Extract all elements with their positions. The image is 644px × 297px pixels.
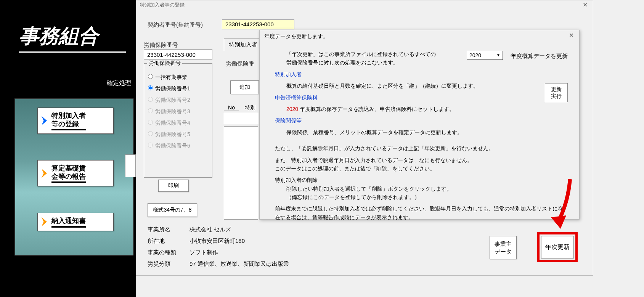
radio-labor-1[interactable]: 労働保険番号1 (148, 85, 208, 92)
tab-special-insured[interactable]: 特別加入者 (224, 39, 262, 51)
dialog-text: 削除したい特別加入者を選択して「削除」ボタンをクリックします。 (275, 185, 564, 193)
dialog-text: このデータはこの処理の前、または後で「削除」をしてください。 (275, 164, 564, 173)
arrow-icon (42, 116, 47, 125)
table-row[interactable] (224, 113, 258, 124)
dialog-text: 前年度末までに脱退した特別加入者では必ず削除してください。脱退年月日を入力しても… (275, 204, 564, 222)
labor-number-group: 労働保険番号 一括有期事業 労働保険番号1 労働保険番号2 労働保険番号3 労働… (144, 63, 212, 178)
dialog-title: 年度データを更新します。 (264, 33, 328, 39)
app-sidebar: 事務組合 確定処理 特別加入者等の登録 算定基礎賃金等の報告 納入通知書 保 (0, 0, 136, 297)
sub-heading: 確定処理 (107, 79, 131, 87)
radio-labor-4: 労働保険番号4 (148, 120, 208, 127)
contract-number-field[interactable]: 23301-442253-000 (222, 19, 294, 29)
owner-data-button[interactable]: 事業主データ (490, 236, 517, 259)
heading-declared-premium: 申告済概算保険料 (275, 93, 564, 102)
radio-labor-6: 労働保険番号6 (148, 143, 208, 149)
form-34-button[interactable]: 様式34号の7、8 (148, 203, 197, 217)
app-title: 事務組合 (0, 0, 136, 50)
menu-btn-wage-report[interactable]: 算定基礎賃金等の報告 (37, 160, 114, 186)
dialog-text: 2020 年度概算の保存データを読込み、申告済保険料にセットします。 (275, 105, 564, 113)
year-dropdown[interactable]: 2020 ▼ (467, 51, 503, 60)
annual-update-button[interactable]: 年次更新 (541, 236, 574, 258)
heading-insurance-relation: 保険関係等 (275, 116, 564, 125)
annual-update-highlight: 年次更新 (537, 232, 578, 262)
update-dialog: 年度データを更新します。 ✕ 2020 ▼ 年度概算データを更新 更新実行 「年… (259, 30, 580, 220)
btn-label: 納入通知書 (51, 217, 86, 227)
window-title: 特別加入者等の登録 (140, 2, 185, 8)
info-business-type: 事業の種類ソフト制作 (148, 249, 218, 256)
add-button[interactable]: 追加 (230, 80, 259, 94)
dialog-text: （備忘録にこのデータを登録してから削除されます。） (275, 193, 564, 201)
menu-panel: 特別加入者等の登録 算定基礎賃金等の報告 納入通知書 (14, 98, 133, 255)
title-underline (19, 51, 126, 53)
contract-number-label: 契約者番号(集約番号) (148, 21, 203, 29)
dialog-text: 概算の給付基礎日額と月数を確定に、また区分を「継」（継続）に変更します。 (275, 82, 564, 90)
year-label: 年度概算データを更新 (511, 51, 568, 61)
btn-label: 特別加入者等の登録 (51, 112, 86, 130)
info-office-name: 事業所名株式会社 セルズ (148, 226, 231, 233)
partial-panel: 保 (125, 154, 136, 177)
labor-insurance-label: 労働保険番号 (144, 42, 178, 49)
fieldset-legend: 労働保険番号 (147, 60, 182, 67)
radio-lump-sum[interactable]: 一括有期事業 (148, 74, 208, 81)
table-listbox[interactable] (224, 126, 258, 220)
dialog-text: ただし、「委託解除年月日」が入力されているデータは上記「年次更新」を行ないません… (275, 144, 564, 153)
chevron-down-icon: ▼ (496, 52, 500, 58)
menu-btn-payment-notice[interactable]: 納入通知書 (37, 213, 114, 231)
arrow-icon (42, 217, 47, 226)
radio-labor-3: 労働保険番号3 (148, 108, 208, 115)
menu-btn-special-insured[interactable]: 特別加入者等の登録 (37, 108, 114, 134)
close-icon[interactable]: ✕ (579, 1, 591, 9)
dialog-text: 「年次更新」はこの事業所ファイルに登録されているすべての労働保険番号に対し次の処… (275, 50, 439, 67)
close-icon[interactable]: ✕ (565, 32, 577, 39)
heading-special-insured: 特別加入者 (275, 70, 564, 79)
col-special: 特別 (243, 104, 258, 111)
dialog-body: 2020 ▼ 年度概算データを更新 更新実行 「年次更新」はこの事業所ファイルに… (260, 43, 579, 228)
dialog-text: 保険関係、業種番号、メリットの概算データを確定データに更新します。 (275, 128, 564, 136)
table-header: No 特別 (224, 104, 258, 111)
labor-insurance-field[interactable] (144, 49, 212, 60)
window-titlebar: 特別加入者等の登録 ✕ (136, 0, 593, 10)
radio-labor-5: 労働保険番号5 (148, 131, 208, 138)
info-address: 所在地小牧市安田区新町180 (148, 238, 245, 245)
dialog-text: また、特別加入者で脱退年月日が入力されているデータは、なにも行ないません。 (275, 156, 564, 164)
execute-update-button[interactable]: 更新実行 (545, 83, 568, 102)
mid-label: 労働保険番 (226, 60, 254, 67)
radio-labor-2: 労働保険番号2 (148, 97, 208, 104)
print-button[interactable]: 印刷 (158, 180, 189, 192)
col-no: No (224, 104, 239, 111)
btn-label: 算定基礎賃金等の報告 (51, 164, 86, 182)
heading-delete: 特別加入者の削除 (275, 176, 564, 184)
arrow-icon (42, 169, 47, 178)
dialog-titlebar: 年度データを更新します。 ✕ (260, 30, 579, 43)
year-value: 2020 (469, 51, 481, 59)
info-accident-category: 労災分類97 通信業、放送業、新聞業又は出版業 (148, 260, 289, 268)
